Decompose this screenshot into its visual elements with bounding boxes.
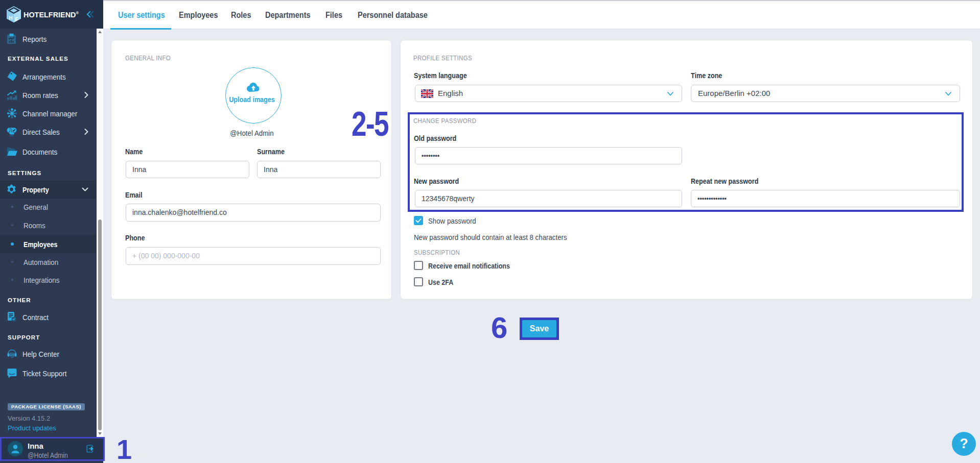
svg-text:F: F [15, 17, 18, 22]
svg-text:24: 24 [10, 353, 14, 356]
svg-text:H: H [9, 15, 13, 21]
